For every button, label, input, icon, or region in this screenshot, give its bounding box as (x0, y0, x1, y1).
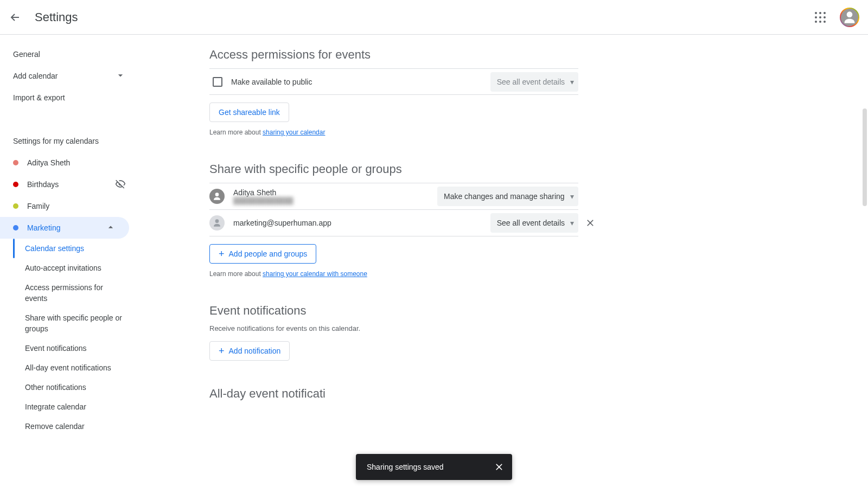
back-button[interactable] (9, 11, 22, 24)
remove-person-button[interactable] (584, 216, 597, 229)
sharing-someone-learn-link[interactable]: sharing your calendar with someone (263, 270, 367, 278)
dropdown-value: Make changes and manage sharing (444, 192, 565, 201)
chevron-up-icon (105, 222, 116, 234)
header-left: Settings (9, 10, 78, 24)
toast-notification: Sharing settings saved (356, 454, 512, 480)
calendar-name: Family (27, 202, 49, 210)
sidebar-item-general[interactable]: General (0, 43, 139, 65)
account-avatar[interactable] (840, 8, 859, 27)
share-person-owner: Aditya Sheth █████████████ Make changes … (209, 183, 578, 210)
section-title: Event notifications (209, 304, 578, 318)
section-event-notifications: Event notifications Receive notification… (209, 304, 578, 361)
app-header: Settings (0, 0, 868, 35)
calendar-name: Birthdays (27, 180, 59, 189)
settings-sidebar: General Add calendar Import & export Set… (0, 35, 139, 493)
sidebar-spacer (0, 108, 139, 130)
section-share-specific: Share with specific people or groups Adi… (209, 162, 578, 278)
person-avatar-generic (209, 215, 225, 231)
calendar-name: Aditya Sheth (27, 158, 70, 167)
public-row: Make available to public See all event d… (209, 69, 578, 95)
owner-permission-dropdown[interactable]: Make changes and manage sharing ▾ (437, 187, 578, 206)
button-label: Add notification (229, 347, 281, 355)
subnav-access-permissions[interactable]: Access permissions for events (14, 278, 139, 308)
visibility-dropdown[interactable]: See all event details ▾ (490, 72, 578, 92)
guest-permission-dropdown[interactable]: See all event details ▾ (490, 213, 578, 233)
sidebar-item-import-export[interactable]: Import & export (0, 87, 139, 108)
calendar-sub-nav: Calendar settings Auto-accept invitation… (13, 239, 139, 436)
public-label: Make available to public (231, 78, 490, 86)
toast-close-button[interactable] (493, 460, 506, 473)
subnav-allday-notifications[interactable]: All-day event notifications (14, 358, 139, 377)
calendar-color-dot (13, 203, 18, 209)
person-email: marketing@superhuman.app (233, 219, 482, 227)
subnav-remove-calendar[interactable]: Remove calendar (14, 417, 139, 436)
section-allday-notifications: All-day event notificati (209, 387, 578, 401)
person-info: marketing@superhuman.app (233, 219, 482, 227)
section-access-permissions: Access permissions for events Make avail… (209, 48, 578, 136)
page-title: Settings (35, 10, 78, 24)
public-checkbox[interactable] (213, 77, 222, 87)
calendar-name: Marketing (27, 223, 60, 232)
button-label: Add people and groups (229, 249, 308, 258)
person-email-redacted: █████████████ (233, 197, 429, 204)
section-title: Access permissions for events (209, 48, 578, 69)
sidebar-group-title: Settings for my calendars (0, 130, 139, 152)
toast-message: Sharing settings saved (367, 463, 444, 471)
dropdown-arrow-icon: ▾ (570, 192, 574, 201)
plus-icon: + (219, 248, 225, 260)
visibility-off-icon (115, 178, 126, 191)
subnav-event-notifications[interactable]: Event notifications (14, 338, 139, 358)
calendar-color-dot (13, 160, 18, 165)
svg-point-0 (215, 193, 219, 196)
add-notification-button[interactable]: + Add notification (209, 341, 290, 361)
subnav-calendar-settings[interactable]: Calendar settings (14, 239, 139, 258)
subnav-auto-accept[interactable]: Auto-accept invitations (14, 258, 139, 278)
calendar-item-aditya[interactable]: Aditya Sheth (0, 152, 139, 174)
subnav-integrate-calendar[interactable]: Integrate calendar (14, 397, 139, 417)
dropdown-value: See all event details (497, 78, 565, 86)
calendar-item-marketing[interactable]: Marketing (0, 217, 129, 239)
subnav-other-notifications[interactable]: Other notifications (14, 377, 139, 397)
get-shareable-link-button[interactable]: Get shareable link (209, 103, 289, 122)
dropdown-value: See all event details (497, 219, 565, 227)
person-name: Aditya Sheth (233, 188, 429, 197)
person-info: Aditya Sheth █████████████ (233, 188, 429, 204)
calendar-item-family[interactable]: Family (0, 195, 139, 217)
svg-point-1 (215, 219, 219, 223)
learn-more-text: Learn more about sharing your calendar (209, 129, 578, 136)
main-content: Access permissions for events Make avail… (139, 35, 868, 493)
plus-icon: + (219, 345, 225, 357)
dropdown-arrow-icon: ▾ (570, 78, 574, 86)
dropdown-arrow-icon: ▾ (570, 219, 574, 227)
person-avatar (209, 189, 225, 204)
add-people-button[interactable]: + Add people and groups (209, 244, 316, 264)
sidebar-item-add-calendar[interactable]: Add calendar (0, 65, 139, 87)
chevron-down-icon (115, 70, 126, 82)
scrollbar-thumb[interactable] (863, 108, 867, 206)
learn-more-text: Learn more about sharing your calendar w… (209, 270, 578, 278)
calendar-color-dot (13, 225, 18, 231)
section-description: Receive notifications for events on this… (209, 324, 578, 332)
calendar-item-birthdays[interactable]: Birthdays (0, 174, 139, 195)
sidebar-item-label: Add calendar (13, 72, 58, 80)
apps-launcher-icon[interactable] (809, 7, 831, 28)
calendar-color-dot (13, 182, 18, 187)
subnav-share-specific[interactable]: Share with specific people or groups (14, 308, 139, 338)
section-title: Share with specific people or groups (209, 162, 578, 183)
sharing-learn-link[interactable]: sharing your calendar (263, 129, 325, 136)
header-right (809, 7, 859, 28)
share-person-guest: marketing@superhuman.app See all event d… (209, 210, 578, 236)
section-title: All-day event notificati (209, 387, 578, 401)
